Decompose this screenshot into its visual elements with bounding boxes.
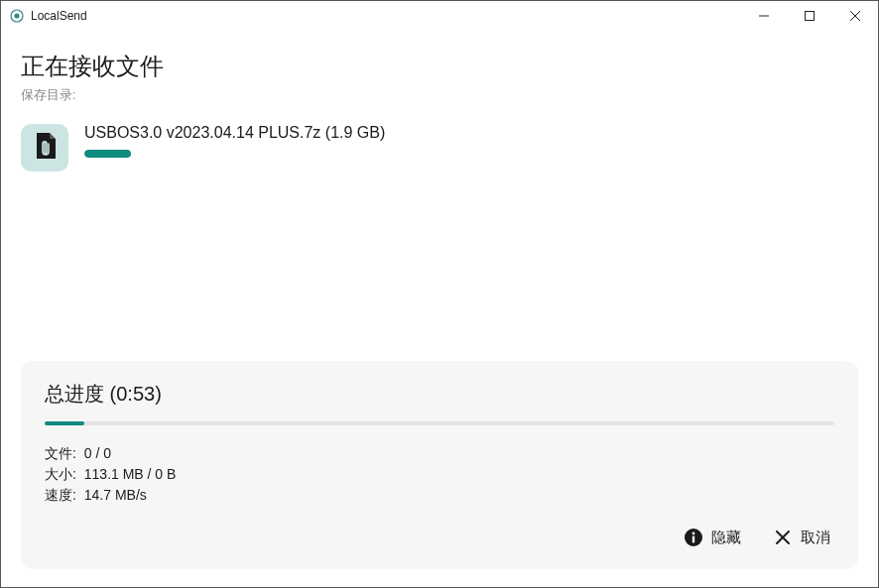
total-title-prefix: 总进度 xyxy=(45,383,104,405)
stat-files-label: 文件: xyxy=(45,445,76,461)
close-icon xyxy=(773,528,793,547)
file-row: USBOS3.0 v2023.04.14 PLUS.7z (1.9 GB) xyxy=(21,124,858,172)
maximize-button[interactable] xyxy=(787,1,832,31)
stat-size: 大小: 113.1 MB / 0 B xyxy=(45,464,834,485)
stat-speed-value: 14.7 MB/s xyxy=(84,487,147,503)
total-progress-track xyxy=(45,421,834,425)
file-name: USBOS3.0 v2023.04.14 PLUS.7z (1.9 GB) xyxy=(84,124,858,142)
info-icon xyxy=(684,528,703,547)
action-row: 隐藏 取消 xyxy=(45,522,834,553)
window-controls xyxy=(741,1,878,31)
stat-size-label: 大小: xyxy=(45,466,76,482)
total-progress-bar xyxy=(45,421,84,425)
cancel-button[interactable]: 取消 xyxy=(769,522,834,553)
svg-rect-8 xyxy=(692,536,694,543)
svg-rect-3 xyxy=(806,12,815,21)
file-icon-container xyxy=(21,124,68,172)
stat-speed: 速度: 14.7 MB/s xyxy=(45,485,834,506)
minimize-button[interactable] xyxy=(741,1,787,31)
page-title: 正在接收文件 xyxy=(21,51,858,82)
attachment-file-icon xyxy=(34,133,56,163)
titlebar: LocalSend xyxy=(1,1,878,31)
file-progress-bar xyxy=(84,150,131,158)
stat-files-value: 0 / 0 xyxy=(84,445,111,461)
total-progress-title: 总进度 (0:53) xyxy=(45,381,834,408)
svg-point-1 xyxy=(15,14,20,19)
total-elapsed-time: (0:53) xyxy=(110,383,162,405)
stat-size-value: 113.1 MB / 0 B xyxy=(84,466,177,482)
stat-speed-label: 速度: xyxy=(45,487,76,503)
hide-button[interactable]: 隐藏 xyxy=(680,522,745,553)
content-area: 正在接收文件 保存目录: USBOS3.0 v2023.04.14 PLUS.7… xyxy=(1,31,878,587)
window-title: LocalSend xyxy=(31,9,87,23)
total-progress-panel: 总进度 (0:53) 文件: 0 / 0 大小: 113.1 MB / 0 B … xyxy=(21,361,858,569)
file-info: USBOS3.0 v2023.04.14 PLUS.7z (1.9 GB) xyxy=(84,124,858,158)
file-progress-track xyxy=(84,150,858,158)
app-icon xyxy=(9,8,25,24)
stat-files: 文件: 0 / 0 xyxy=(45,443,834,464)
cancel-button-label: 取消 xyxy=(801,529,830,547)
svg-point-7 xyxy=(692,532,695,535)
save-directory-label: 保存目录: xyxy=(21,86,858,104)
hide-button-label: 隐藏 xyxy=(711,529,741,547)
close-button[interactable] xyxy=(832,1,878,31)
